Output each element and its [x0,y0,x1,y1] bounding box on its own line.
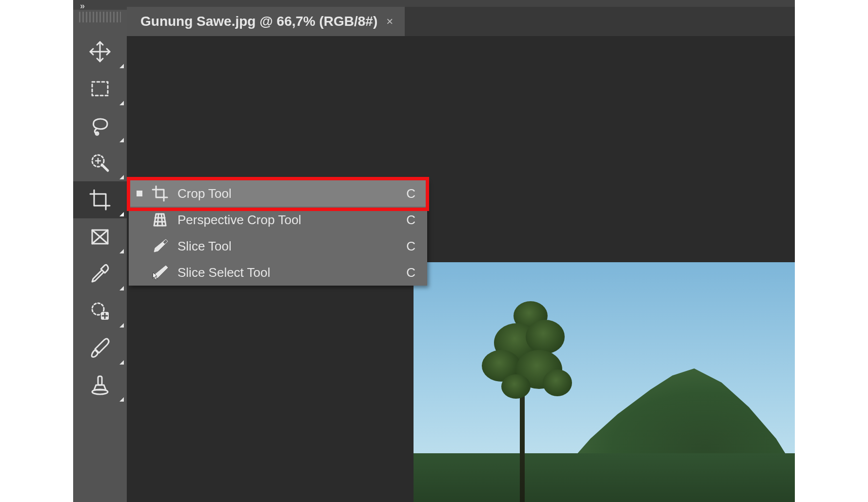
active-indicator-icon [137,270,142,275]
move-tool[interactable] [73,33,127,70]
frame-tool[interactable] [73,218,127,255]
active-indicator-icon [137,243,142,249]
brush-tool[interactable] [73,329,127,367]
clone-stamp-tool[interactable] [73,367,127,404]
crop-tool[interactable] [73,181,127,218]
flyout-item-shortcut: C [406,186,415,201]
flyout-item-label: Slice Tool [178,239,397,254]
svg-line-13 [158,214,158,226]
slice-icon [151,237,169,255]
flyout-item-perspective-crop-tool[interactable]: Perspective Crop Tool C [129,207,427,233]
spot-healing-brush-tool[interactable] [73,292,127,329]
flyout-item-shortcut: C [406,265,415,280]
active-indicator-icon [137,217,142,223]
tools-panel [73,10,127,502]
flyout-item-shortcut: C [406,239,415,254]
svg-marker-12 [154,214,166,226]
svg-rect-2 [92,82,108,96]
eyedropper-tool[interactable] [73,255,127,292]
crop-tool-flyout: Crop Tool C Perspective Crop Tool C [129,180,427,286]
svg-rect-10 [98,376,102,385]
document-tab[interactable]: Gunung Sawe.jpg @ 66,7% (RGB/8#) × [127,7,405,36]
flyout-item-label: Crop Tool [178,186,397,201]
image-content [414,262,795,502]
slice-select-icon [151,264,169,281]
active-indicator-icon [137,191,142,196]
document-tab-title: Gunung Sawe.jpg @ 66,7% (RGB/8#) [140,14,377,29]
svg-line-14 [161,214,162,226]
quick-selection-tool[interactable] [73,144,127,181]
close-icon[interactable]: × [386,15,393,28]
lasso-tool[interactable] [73,107,127,144]
flyout-item-crop-tool[interactable]: Crop Tool C [129,180,427,207]
document-tab-bar: Gunung Sawe.jpg @ 66,7% (RGB/8#) × [127,7,795,36]
crop-icon [151,185,169,202]
document-canvas[interactable] [414,262,795,502]
app-window: » Gunung Sawe.jpg @ 66,7% (RGB/8#) × [73,0,795,502]
flyout-item-label: Slice Select Tool [178,265,397,280]
panel-grip[interactable] [79,12,121,22]
flyout-item-slice-select-tool[interactable]: Slice Select Tool C [129,259,427,286]
flyout-item-shortcut: C [406,212,415,228]
flyout-item-label: Perspective Crop Tool [178,212,397,228]
rectangular-marquee-tool[interactable] [73,70,127,107]
svg-point-11 [92,389,108,394]
perspective-crop-icon [151,211,169,229]
flyout-item-slice-tool[interactable]: Slice Tool C [129,233,427,259]
